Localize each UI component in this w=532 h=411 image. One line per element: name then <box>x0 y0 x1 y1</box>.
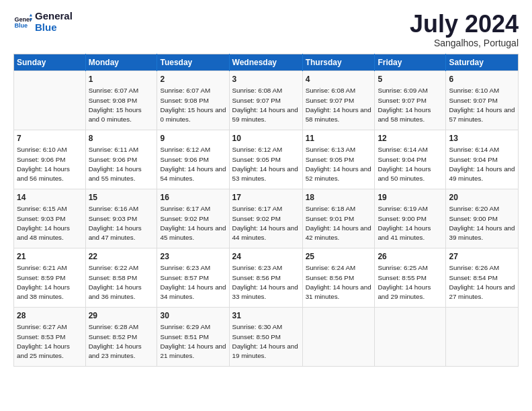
header-row: SundayMondayTuesdayWednesdayThursdayFrid… <box>14 54 519 71</box>
cell-1-6: 5Sunrise: 6:09 AM Sunset: 9:07 PM Daylig… <box>375 71 446 130</box>
cell-info: Sunrise: 6:12 AM Sunset: 9:06 PM Dayligh… <box>160 145 226 183</box>
day-number: 24 <box>232 251 300 263</box>
cell-4-3: 23Sunrise: 6:23 AM Sunset: 8:57 PM Dayli… <box>157 248 229 307</box>
cell-info: Sunrise: 6:19 AM Sunset: 9:00 PM Dayligh… <box>378 204 443 242</box>
day-number: 2 <box>160 74 226 85</box>
cell-2-3: 9Sunrise: 6:12 AM Sunset: 9:06 PM Daylig… <box>157 130 229 189</box>
cell-3-2: 15Sunrise: 6:16 AM Sunset: 9:03 PM Dayli… <box>85 189 157 248</box>
day-number: 28 <box>17 310 83 322</box>
logo-line1: General <box>35 11 73 22</box>
cell-info: Sunrise: 6:08 AM Sunset: 9:07 PM Dayligh… <box>306 86 372 124</box>
cell-info: Sunrise: 6:12 AM Sunset: 9:05 PM Dayligh… <box>232 145 300 183</box>
cell-info: Sunrise: 6:09 AM Sunset: 9:07 PM Dayligh… <box>378 86 443 124</box>
day-number: 13 <box>449 133 515 144</box>
cell-5-1: 28Sunrise: 6:27 AM Sunset: 8:53 PM Dayli… <box>14 307 86 366</box>
day-number: 22 <box>89 251 154 263</box>
day-number: 8 <box>89 133 154 144</box>
cell-3-5: 18Sunrise: 6:18 AM Sunset: 9:01 PM Dayli… <box>302 189 375 248</box>
cell-info: Sunrise: 6:14 AM Sunset: 9:04 PM Dayligh… <box>378 145 443 183</box>
day-number: 6 <box>449 74 515 85</box>
cell-4-6: 26Sunrise: 6:25 AM Sunset: 8:55 PM Dayli… <box>375 248 446 307</box>
day-number: 9 <box>160 133 226 144</box>
cell-5-5 <box>302 307 375 366</box>
cell-4-5: 25Sunrise: 6:24 AM Sunset: 8:56 PM Dayli… <box>302 248 375 307</box>
header-day-wednesday: Wednesday <box>229 54 302 71</box>
day-number: 30 <box>160 310 226 322</box>
day-number: 26 <box>378 251 443 263</box>
cell-info: Sunrise: 6:17 AM Sunset: 9:02 PM Dayligh… <box>160 204 226 242</box>
calendar-table: SundayMondayTuesdayWednesdayThursdayFrid… <box>13 54 519 367</box>
header-day-sunday: Sunday <box>14 54 86 71</box>
cell-4-2: 22Sunrise: 6:22 AM Sunset: 8:58 PM Dayli… <box>85 248 157 307</box>
cell-3-7: 20Sunrise: 6:20 AM Sunset: 9:00 PM Dayli… <box>446 189 519 248</box>
cell-5-2: 29Sunrise: 6:28 AM Sunset: 8:52 PM Dayli… <box>85 307 157 366</box>
month-title: July 2024 <box>410 11 519 38</box>
day-number: 17 <box>232 192 300 203</box>
cell-info: Sunrise: 6:23 AM Sunset: 8:57 PM Dayligh… <box>160 263 226 302</box>
subtitle: Sangalhos, Portugal <box>410 38 519 48</box>
logo-icon: General Blue <box>13 13 32 32</box>
day-number: 25 <box>306 251 372 263</box>
cell-info: Sunrise: 6:30 AM Sunset: 8:50 PM Dayligh… <box>232 322 300 361</box>
svg-text:General: General <box>14 15 32 22</box>
day-number: 27 <box>449 251 515 263</box>
cell-info: Sunrise: 6:26 AM Sunset: 8:54 PM Dayligh… <box>449 263 515 302</box>
cell-info: Sunrise: 6:11 AM Sunset: 9:06 PM Dayligh… <box>89 145 154 183</box>
cell-info: Sunrise: 6:08 AM Sunset: 9:07 PM Dayligh… <box>232 86 300 124</box>
cell-info: Sunrise: 6:10 AM Sunset: 9:06 PM Dayligh… <box>17 145 83 183</box>
cell-1-4: 3Sunrise: 6:08 AM Sunset: 9:07 PM Daylig… <box>229 71 302 130</box>
cell-2-2: 8Sunrise: 6:11 AM Sunset: 9:06 PM Daylig… <box>85 130 157 189</box>
day-number: 12 <box>378 133 443 144</box>
day-number: 14 <box>17 192 83 203</box>
cell-4-4: 24Sunrise: 6:23 AM Sunset: 8:56 PM Dayli… <box>229 248 302 307</box>
header-day-saturday: Saturday <box>446 54 519 71</box>
cell-3-4: 17Sunrise: 6:17 AM Sunset: 9:02 PM Dayli… <box>229 189 302 248</box>
title-area: July 2024 Sangalhos, Portugal <box>410 11 519 48</box>
page: General Blue General Blue July 2024 Sang… <box>0 0 532 411</box>
header-day-tuesday: Tuesday <box>157 54 229 71</box>
cell-info: Sunrise: 6:16 AM Sunset: 9:03 PM Dayligh… <box>89 204 154 242</box>
header-day-monday: Monday <box>85 54 157 71</box>
cell-5-7 <box>446 307 519 366</box>
week-row-2: 7Sunrise: 6:10 AM Sunset: 9:06 PM Daylig… <box>14 130 519 189</box>
day-number: 3 <box>232 74 300 85</box>
day-number: 23 <box>160 251 226 263</box>
header: General Blue General Blue July 2024 Sang… <box>13 11 519 48</box>
cell-1-5: 4Sunrise: 6:08 AM Sunset: 9:07 PM Daylig… <box>302 71 375 130</box>
day-number: 4 <box>306 74 372 85</box>
cell-3-1: 14Sunrise: 6:15 AM Sunset: 9:03 PM Dayli… <box>14 189 86 248</box>
cell-4-1: 21Sunrise: 6:21 AM Sunset: 8:59 PM Dayli… <box>14 248 86 307</box>
cell-info: Sunrise: 6:17 AM Sunset: 9:02 PM Dayligh… <box>232 204 300 242</box>
day-number: 20 <box>449 192 515 203</box>
cell-2-7: 13Sunrise: 6:14 AM Sunset: 9:04 PM Dayli… <box>446 130 519 189</box>
cell-info: Sunrise: 6:27 AM Sunset: 8:53 PM Dayligh… <box>17 322 83 361</box>
cell-info: Sunrise: 6:13 AM Sunset: 9:05 PM Dayligh… <box>306 145 372 183</box>
logo-wordmark: General Blue <box>35 11 73 33</box>
day-number: 16 <box>160 192 226 203</box>
cell-info: Sunrise: 6:07 AM Sunset: 9:08 PM Dayligh… <box>89 86 154 124</box>
day-number: 15 <box>89 192 154 203</box>
cell-info: Sunrise: 6:21 AM Sunset: 8:59 PM Dayligh… <box>17 263 83 302</box>
cell-1-3: 2Sunrise: 6:07 AM Sunset: 9:08 PM Daylig… <box>157 71 229 130</box>
cell-1-1 <box>14 71 86 130</box>
day-number: 10 <box>232 133 300 144</box>
cell-info: Sunrise: 6:07 AM Sunset: 9:08 PM Dayligh… <box>160 86 226 124</box>
header-day-friday: Friday <box>375 54 446 71</box>
cell-3-6: 19Sunrise: 6:19 AM Sunset: 9:00 PM Dayli… <box>375 189 446 248</box>
cell-info: Sunrise: 6:25 AM Sunset: 8:55 PM Dayligh… <box>378 263 443 302</box>
week-row-5: 28Sunrise: 6:27 AM Sunset: 8:53 PM Dayli… <box>14 307 519 366</box>
day-number: 19 <box>378 192 443 203</box>
cell-2-6: 12Sunrise: 6:14 AM Sunset: 9:04 PM Dayli… <box>375 130 446 189</box>
cell-1-2: 1Sunrise: 6:07 AM Sunset: 9:08 PM Daylig… <box>85 71 157 130</box>
cell-5-6 <box>375 307 446 366</box>
cell-5-4: 31Sunrise: 6:30 AM Sunset: 8:50 PM Dayli… <box>229 307 302 366</box>
week-row-1: 1Sunrise: 6:07 AM Sunset: 9:08 PM Daylig… <box>14 71 519 130</box>
day-number: 5 <box>378 74 443 85</box>
day-number: 31 <box>232 310 300 322</box>
header-day-thursday: Thursday <box>302 54 375 71</box>
cell-info: Sunrise: 6:14 AM Sunset: 9:04 PM Dayligh… <box>449 145 515 183</box>
cell-2-5: 11Sunrise: 6:13 AM Sunset: 9:05 PM Dayli… <box>302 130 375 189</box>
day-number: 1 <box>89 74 154 85</box>
cell-4-7: 27Sunrise: 6:26 AM Sunset: 8:54 PM Dayli… <box>446 248 519 307</box>
week-row-4: 21Sunrise: 6:21 AM Sunset: 8:59 PM Dayli… <box>14 248 519 307</box>
